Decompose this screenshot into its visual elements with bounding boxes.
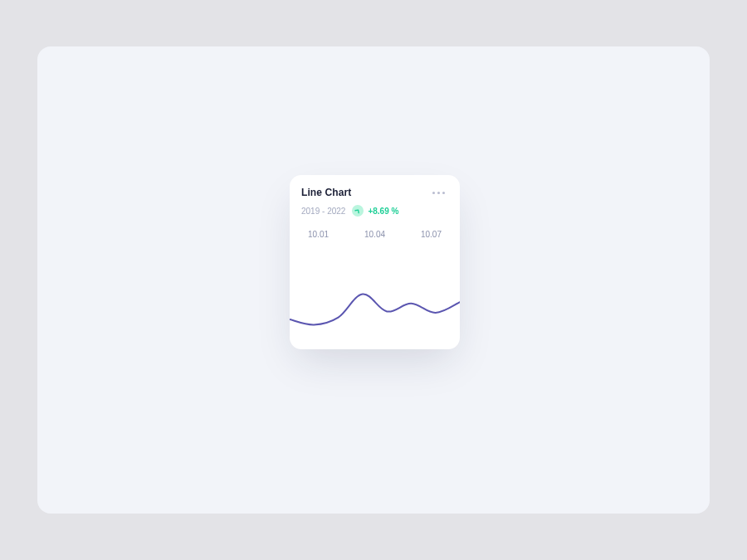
chart-plot-area <box>290 250 460 349</box>
card-header: Line Chart <box>290 175 460 198</box>
card-title: Line Chart <box>301 187 351 198</box>
x-axis-ticks: 10.01 10.04 10.07 <box>290 217 460 239</box>
more-icon <box>442 192 445 194</box>
x-tick: 10.01 <box>308 230 329 239</box>
more-icon <box>437 192 440 194</box>
more-options-button[interactable] <box>429 188 448 197</box>
trend-indicator: +8.69 % <box>352 205 398 217</box>
card-subheader: 2019 - 2022 +8.69 % <box>290 198 460 217</box>
date-range-label: 2019 - 2022 <box>301 207 345 216</box>
trend-up-icon <box>352 205 364 217</box>
x-tick: 10.04 <box>364 230 385 239</box>
x-tick: 10.07 <box>421 230 442 239</box>
more-icon <box>432 192 435 194</box>
trend-value: +8.69 % <box>368 207 398 216</box>
line-chart-card: Line Chart 2019 - 2022 +8.69 % 10.01 10.… <box>290 175 460 349</box>
chart-line-series <box>290 295 460 325</box>
page-canvas: Line Chart 2019 - 2022 +8.69 % 10.01 10.… <box>37 46 710 514</box>
